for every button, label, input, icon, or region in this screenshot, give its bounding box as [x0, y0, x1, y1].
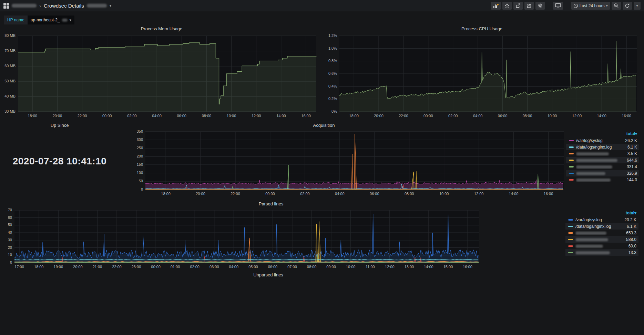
series-label[interactable]: /var/log/syslog [576, 138, 622, 143]
series-total-value: 6.1 K [627, 224, 636, 229]
svg-text:250: 250 [137, 146, 143, 150]
svg-text:50 MB: 50 MB [4, 79, 16, 83]
parsed-lines-chart[interactable]: 01020304050607017:0018:0019:0020:0021:00… [3, 207, 568, 274]
svg-text:50: 50 [139, 179, 143, 183]
series-total-value: 144.0 [627, 177, 637, 182]
panel-title-acquisition[interactable]: Acquisition [119, 123, 529, 128]
share-button[interactable] [513, 2, 523, 10]
series-label[interactable]: /data/logs/nginx.log [575, 224, 624, 229]
cpu-usage-chart[interactable]: 0%0.2%0.4%0.6%0.8%1.0%1.2%18:0020:0022:0… [323, 33, 641, 122]
svg-text:20:00: 20:00 [53, 114, 62, 118]
series-color-dash [569, 146, 574, 148]
panel-title-mem[interactable]: Process Mem Usage [3, 26, 320, 31]
variable-label: HP name [4, 16, 28, 24]
variable-dropdown[interactable]: ap-northeast-2_ ▾ [28, 16, 74, 24]
svg-text:03:00: 03:00 [209, 265, 219, 269]
series-total-value: 60.0 [628, 244, 636, 248]
panel-process-mem-usage: Process Mem Usage 30 MB40 MB50 MB60 MB70… [3, 26, 320, 121]
legend-item[interactable]: 13.3 [565, 249, 638, 256]
legend-total-header[interactable]: total▾ [565, 210, 638, 216]
series-label[interactable] [575, 250, 626, 255]
series-label[interactable] [576, 151, 625, 156]
zoom-out-button[interactable] [612, 2, 621, 10]
series-color-dash [569, 140, 574, 141]
svg-text:05:00: 05:00 [248, 265, 258, 269]
svg-text:04:00: 04:00 [473, 114, 483, 118]
variable-value-redacted [62, 19, 68, 22]
series-color-dash [568, 239, 573, 240]
svg-text:14:00: 14:00 [597, 114, 606, 118]
legend-item[interactable]: 644.6 [566, 157, 639, 163]
legend-total-header[interactable]: total▾ [566, 131, 639, 137]
panel-acquisition: Acquisition 05010015020025030035018:0020… [119, 123, 641, 199]
tv-mode-button[interactable] [553, 2, 563, 10]
svg-text:20:00: 20:00 [196, 192, 205, 196]
series-total-value: 644.6 [627, 158, 637, 163]
panel-title-parsed[interactable]: Parsed lines [3, 201, 539, 206]
legend-item[interactable]: 653.3 [565, 230, 638, 236]
series-label[interactable] [576, 164, 624, 169]
legend-item[interactable]: 326.9 [566, 170, 639, 176]
apps-grid-icon[interactable] [3, 3, 9, 9]
legend-item[interactable]: 60.0 [565, 243, 638, 249]
svg-text:22:00: 22:00 [112, 265, 122, 269]
time-range-picker[interactable]: Last 24 hours ▾ [571, 2, 610, 10]
breadcrumb-folder-redacted[interactable] [12, 4, 37, 8]
svg-text:14:00: 14:00 [276, 114, 286, 118]
mem-usage-chart[interactable]: 30 MB40 MB50 MB60 MB70 MB80 MB18:0020:00… [3, 33, 320, 122]
legend-item[interactable]: /data/logs/nginx.log6.1 K [565, 223, 638, 230]
svg-text:18:00: 18:00 [28, 114, 37, 118]
svg-text:60: 60 [8, 215, 12, 220]
svg-text:10:00: 10:00 [439, 192, 449, 196]
series-label[interactable] [576, 171, 624, 176]
series-label[interactable] [576, 177, 624, 182]
star-button[interactable] [502, 2, 512, 10]
dashboard-title[interactable]: Crowdsec Details [44, 3, 84, 9]
save-button[interactable] [524, 2, 534, 10]
series-total-value: 6.1 K [627, 145, 637, 150]
time-range-caret-icon: ▾ [606, 3, 608, 8]
svg-text:16:00: 16:00 [544, 192, 553, 196]
svg-text:20:00: 20:00 [374, 114, 384, 118]
svg-text:12:00: 12:00 [474, 192, 484, 196]
template-variable-row: HP name ap-northeast-2_ ▾ [4, 16, 74, 24]
panel-process-cpu-usage: Process CPU Usage 0%0.2%0.4%0.6%0.8%1.0%… [323, 26, 641, 121]
svg-text:12:00: 12:00 [385, 265, 395, 269]
legend-item[interactable]: 3.5 K [566, 150, 639, 157]
legend-item[interactable]: 588.0 [565, 236, 638, 243]
svg-text:18:00: 18:00 [161, 192, 171, 196]
svg-text:00:00: 00:00 [265, 192, 275, 196]
legend-item[interactable]: 144.0 [566, 176, 639, 183]
legend-item[interactable]: /data/logs/nginx.log6.1 K [566, 144, 639, 150]
svg-text:1.2%: 1.2% [328, 33, 337, 38]
series-total-value: 653.3 [626, 231, 636, 235]
svg-text:30: 30 [8, 238, 12, 242]
acquisition-chart[interactable]: 05010015020025030035018:0020:0022:0000:0… [119, 129, 568, 201]
legend-item[interactable]: /var/log/syslog26.2 K [566, 137, 639, 144]
series-label[interactable] [575, 244, 626, 248]
time-range-label: Last 24 hours [580, 3, 605, 8]
settings-button[interactable] [535, 2, 545, 10]
svg-text:50: 50 [8, 223, 12, 227]
svg-text:22:00: 22:00 [399, 114, 408, 118]
legend-item[interactable]: /var/log/syslog20.2 K [565, 216, 638, 223]
dashboard-caret-icon[interactable]: ▾ [110, 3, 112, 8]
panel-title-unparsed[interactable]: Unparsed lines [0, 272, 536, 277]
panel-title-up-since[interactable]: Up Since [3, 123, 116, 128]
legend-item[interactable]: 331.4 [566, 163, 639, 170]
panel-parsed-lines: Parsed lines 01020304050607017:0018:0019… [3, 201, 641, 276]
series-color-dash [569, 166, 574, 168]
refresh-button[interactable] [623, 2, 632, 10]
series-color-dash [568, 252, 573, 253]
panel-title-cpu[interactable]: Process CPU Usage [323, 26, 641, 31]
svg-text:0.8%: 0.8% [328, 59, 337, 63]
series-label[interactable]: /var/log/syslog [575, 217, 622, 222]
refresh-interval-caret[interactable]: ▾ [634, 2, 641, 10]
series-label[interactable] [575, 237, 623, 242]
series-color-dash [568, 232, 573, 234]
svg-text:06:00: 06:00 [177, 114, 186, 118]
series-label[interactable]: /data/logs/nginx.log [576, 145, 625, 150]
series-label[interactable] [575, 231, 623, 235]
add-panel-button[interactable] [491, 2, 501, 10]
series-label[interactable] [576, 158, 624, 163]
